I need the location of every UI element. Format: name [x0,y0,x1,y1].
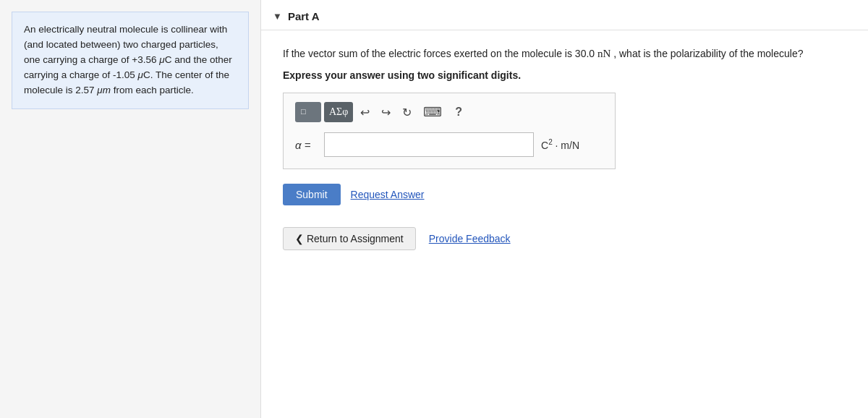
request-answer-link[interactable]: Request Answer [351,189,425,200]
express-instruction: Express your answer using two significan… [283,69,846,81]
part-label: Part A [288,10,320,22]
input-row: α = C2 · m/N [295,132,603,157]
submit-button[interactable]: Submit [283,184,341,205]
part-header: ▼ Part A [261,0,868,30]
formula-label: ΑΣφ [329,106,348,118]
problem-text: An electrically neutral molecule is coll… [24,24,232,95]
formula-toolbar: □ ΑΣφ ↩ ↪ ↻ ⌨ [295,102,603,122]
keyboard-button[interactable]: ⌨ [419,102,446,122]
keyboard-icon: ⌨ [423,105,442,119]
matrix-sqrt-button[interactable]: □ [295,102,321,122]
answer-input[interactable] [324,132,534,157]
redo-button[interactable]: ↪ [377,103,395,121]
undo-icon: ↩ [360,106,370,119]
help-button[interactable]: ? [449,103,468,121]
refresh-icon: ↻ [402,106,412,119]
sidebar: An electrically neutral molecule is coll… [0,0,260,418]
help-icon: ? [455,106,462,118]
problem-box: An electrically neutral molecule is coll… [12,12,249,109]
svg-text:□: □ [301,107,306,116]
refresh-button[interactable]: ↻ [398,103,416,121]
answer-container: □ ΑΣφ ↩ ↪ ↻ ⌨ [283,93,616,169]
unit-label: C2 · m/N [541,138,579,151]
redo-icon: ↪ [381,106,391,119]
bottom-nav: ❮ Return to Assignment Provide Feedback [283,227,846,250]
matrix-sqrt-icon: □ [301,105,315,119]
submit-row: Submit Request Answer [283,184,846,205]
main-body: If the vector sum of the electric forces… [261,30,868,272]
alpha-label: α = [295,139,317,151]
collapse-arrow-icon[interactable]: ▼ [273,11,282,22]
main-content-area: ▼ Part A If the vector sum of the electr… [260,0,868,418]
alpha-sigma-phi-button[interactable]: ΑΣφ [324,102,353,122]
question-text: If the vector sum of the electric forces… [283,45,846,62]
return-to-assignment-button[interactable]: ❮ Return to Assignment [283,227,416,250]
undo-button[interactable]: ↩ [356,103,374,121]
provide-feedback-link[interactable]: Provide Feedback [429,233,511,244]
